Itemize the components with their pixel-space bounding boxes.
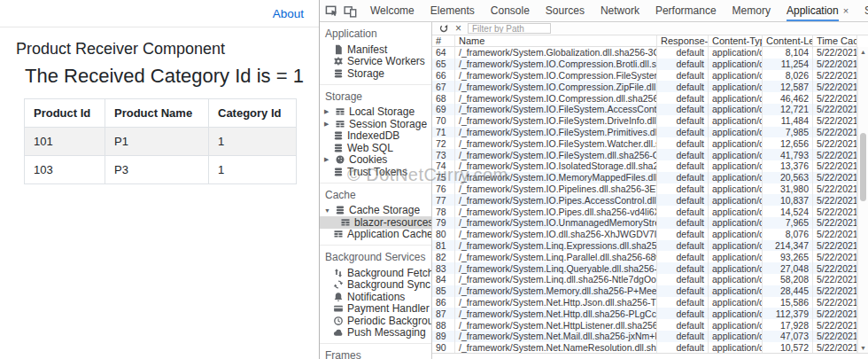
sidebar-item-label: Trust Tokens [347, 166, 407, 178]
cell-content-length: 214,347 [763, 240, 813, 252]
sidebar-item-storage[interactable]: Storage [320, 67, 431, 80]
cell-time-cached: 5/22/2021, 4:… [813, 274, 857, 285]
sidebar-item-blazor-resources-https[interactable]: blazor-resources-/ - https:// [320, 216, 431, 229]
cell-time-cached: 5/22/2021, 4:… [813, 342, 857, 353]
cache-row[interactable]: 74/_framework/System.IO.IsolatedStorage.… [432, 160, 857, 172]
devtools-tab-sources[interactable]: Sources [538, 0, 593, 21]
cache-row[interactable]: 65/_framework/System.IO.Compression.Brot… [432, 59, 857, 70]
cache-row[interactable]: 84/_framework/System.Linq.dll.sha256-Ntl… [432, 274, 857, 285]
cell-time-cached: 5/22/2021, 4:… [813, 47, 857, 59]
sidebar-item-notifications[interactable]: Notifications [320, 291, 431, 303]
cache-row[interactable]: 88/_framework/System.Net.HttpListener.dl… [432, 319, 857, 331]
devtools-tab-performance[interactable]: Performance [647, 0, 725, 21]
cache-row[interactable]: 87/_framework/System.Net.Http.dll.sha256… [432, 308, 857, 319]
devtools-tab-memory[interactable]: Memory [725, 0, 779, 21]
cache-row[interactable]: 69/_framework/System.IO.FileSystem.Acces… [432, 104, 857, 115]
devtools-panel: WelcomeElementsConsoleSourcesNetworkPerf… [319, 0, 868, 359]
sidebar-item-session-storage[interactable]: ▶Session Storage [320, 118, 431, 130]
cache-row[interactable]: 75/_framework/System.IO.MemoryMappedFile… [432, 172, 857, 183]
cache-row[interactable]: 70/_framework/System.IO.FileSystem.Drive… [432, 115, 857, 127]
devtools-tab-application[interactable]: Application× [779, 0, 856, 21]
sidebar-item-web-sql[interactable]: Web SQL [320, 142, 431, 154]
tab-label: Performance [655, 1, 717, 21]
devtools-tab-elements[interactable]: Elements [422, 0, 483, 21]
refresh-icon[interactable] [438, 23, 449, 34]
inspect-element-icon[interactable] [325, 4, 338, 18]
cache-row[interactable]: 83/_framework/System.Linq.Queryable.dll.… [432, 262, 857, 274]
chevron-collapsed-icon[interactable]: ▶ [324, 121, 331, 128]
scroll-up-icon[interactable]: ▲ [858, 49, 868, 55]
cell-time-cached: 5/22/2021, 4:… [813, 319, 857, 331]
cache-col-header-number[interactable]: # [432, 35, 455, 46]
vertical-scrollbar[interactable]: ▲ ▼ [857, 47, 868, 353]
table-icon [333, 229, 344, 239]
cache-col-header-name[interactable]: Name [455, 35, 657, 46]
cache-row[interactable]: 68/_framework/System.IO.Compression.dll.… [432, 92, 857, 104]
cell-time-cached: 5/22/2021, 4:… [813, 206, 857, 217]
sidebar-item-service-workers[interactable]: Service Workers [320, 56, 431, 68]
cache-row[interactable]: 78/_framework/System.IO.Pipes.dll.sha256… [432, 206, 857, 217]
cell-response-type: default [657, 262, 709, 274]
cell-content-type: application/o… [709, 160, 763, 172]
cache-row[interactable]: 85/_framework/System.Memory.dll.sha256-P… [432, 285, 857, 297]
cache-col-header-content-length[interactable]: Content-Len… [763, 35, 813, 46]
sidebar-item-background-fetch[interactable]: Background Fetch [320, 267, 431, 279]
section-title: Storage [320, 85, 431, 106]
cache-row[interactable]: 80/_framework/System.IO.dll.sha256-XhJWG… [432, 229, 857, 240]
cell-number: 87 [432, 308, 455, 319]
top-navbar: About [0, 0, 319, 27]
cache-row[interactable]: 86/_framework/System.Net.Http.Json.dll.s… [432, 297, 857, 308]
chevron-expanded-icon[interactable]: ▼ [324, 207, 331, 214]
sidebar-item-application-cache[interactable]: Application Cache [320, 229, 431, 241]
devtools-tab-welcome[interactable]: Welcome [362, 0, 422, 21]
sidebar-section-frames: Frames▶top [320, 344, 431, 359]
devtools-tab-network[interactable]: Network [593, 0, 647, 21]
cache-col-header-response-type[interactable]: Response-Type [657, 35, 709, 46]
chevron-collapsed-icon[interactable]: ▶ [324, 156, 331, 163]
sidebar-item-local-storage[interactable]: ▶Local Storage [320, 106, 431, 119]
cache-row[interactable]: 64/_framework/System.Globalization.dll.s… [432, 47, 857, 59]
devtools-tab-security[interactable]: Security [856, 0, 868, 21]
sidebar-item-manifest[interactable]: Manifest [320, 43, 431, 56]
cache-row[interactable]: 90/_framework/System.Net.NameResolution.… [432, 342, 857, 353]
cell-name: /_framework/System.IO.FileSystem.AccessC… [455, 104, 657, 115]
sidebar-item-trust-tokens[interactable]: Trust Tokens [320, 166, 431, 178]
cell-name: /_framework/System.IO.dll.sha256-XhJWGDV… [455, 229, 657, 240]
cache-row[interactable]: 67/_framework/System.IO.Compression.ZipF… [432, 81, 857, 92]
product-table-col-product-name: Product Name [105, 99, 209, 128]
about-link[interactable]: About [273, 7, 304, 20]
cache-col-header-content-type[interactable]: Content-Type [709, 35, 763, 46]
sidebar-item-cache-storage[interactable]: ▼Cache Storage [320, 205, 431, 217]
device-toolbar-icon[interactable] [344, 4, 357, 18]
sidebar-item-cookies[interactable]: ▶Cookies [320, 154, 431, 167]
cache-row[interactable]: 77/_framework/System.IO.Pipes.AccessCont… [432, 194, 857, 206]
devtools-tab-console[interactable]: Console [483, 0, 538, 21]
cache-row[interactable]: 89/_framework/System.Net.Mail.dll.sha256… [432, 331, 857, 342]
cache-row[interactable]: 73/_framework/System.IO.FileSystem.dll.s… [432, 149, 857, 160]
clear-icon[interactable]: × [455, 23, 461, 34]
tab-close-icon[interactable]: × [843, 5, 849, 16]
cache-row[interactable]: 82/_framework/System.Linq.Parallel.dll.s… [432, 251, 857, 262]
cache-row[interactable]: 79/_framework/System.IO.UnmanagedMemoryS… [432, 217, 857, 229]
scroll-down-icon[interactable]: ▼ [858, 345, 868, 351]
cache-col-header-time-cached[interactable]: Time Cached [813, 35, 857, 46]
cache-row[interactable]: 76/_framework/System.IO.Pipelines.dll.sh… [432, 183, 857, 195]
chevron-collapsed-icon[interactable]: ▶ [324, 108, 331, 115]
scrollbar-thumb[interactable] [860, 133, 866, 201]
filter-by-path-input[interactable] [468, 23, 551, 34]
category-id-subtitle: The Received Category Id is = 1 [25, 65, 319, 88]
cache-row[interactable]: 71/_framework/System.IO.FileSystem.Primi… [432, 127, 857, 138]
sidebar-item-periodic-background-sync[interactable]: Periodic Background Sync [320, 315, 431, 327]
cache-row[interactable]: 66/_framework/System.IO.Compression.File… [432, 70, 857, 82]
cache-row[interactable]: 81/_framework/System.Linq.Expressions.dl… [432, 240, 857, 252]
cache-row[interactable]: 72/_framework/System.IO.FileSystem.Watch… [432, 137, 857, 149]
sidebar-item-push-messaging[interactable]: Push Messaging [320, 327, 431, 339]
fetch-icon [333, 268, 344, 278]
sidebar-item-payment-handler[interactable]: Payment Handler [320, 303, 431, 316]
sidebar-item-label: Notifications [347, 291, 405, 303]
cell-name: /_framework/System.IO.FileSystem.Primiti… [455, 127, 657, 138]
cell-response-type: default [657, 308, 709, 319]
sidebar-item-indexeddb[interactable]: IndexedDB [320, 130, 431, 143]
cell-response-type: default [657, 206, 709, 217]
sidebar-item-background-sync[interactable]: Background Sync [320, 279, 431, 292]
